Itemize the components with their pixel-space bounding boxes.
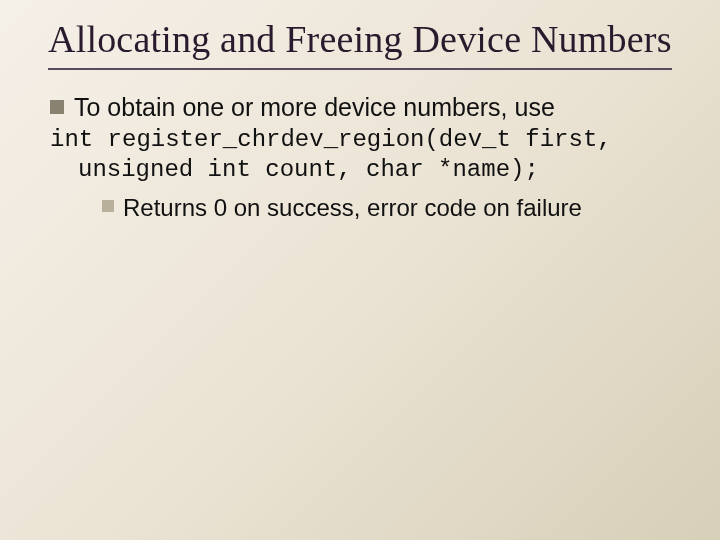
- slide-body: To obtain one or more device numbers, us…: [48, 92, 672, 223]
- square-bullet-icon: [102, 200, 114, 212]
- slide: Allocating and Freeing Device Numbers To…: [0, 0, 720, 540]
- code-line-1: int register_chrdev_region(dev_t first,: [50, 126, 612, 153]
- square-bullet-icon: [50, 100, 64, 114]
- sub-bullet-text-1: Returns 0 on success, error code on fail…: [123, 193, 582, 223]
- bullet-text-1: To obtain one or more device numbers, us…: [74, 92, 555, 123]
- bullet-row-1: To obtain one or more device numbers, us…: [50, 92, 672, 123]
- sub-bullet-row-1: Returns 0 on success, error code on fail…: [102, 193, 672, 223]
- code-line-2: unsigned int count, char *name);: [50, 155, 672, 185]
- slide-title: Allocating and Freeing Device Numbers: [48, 18, 672, 70]
- code-block: int register_chrdev_region(dev_t first, …: [50, 125, 672, 185]
